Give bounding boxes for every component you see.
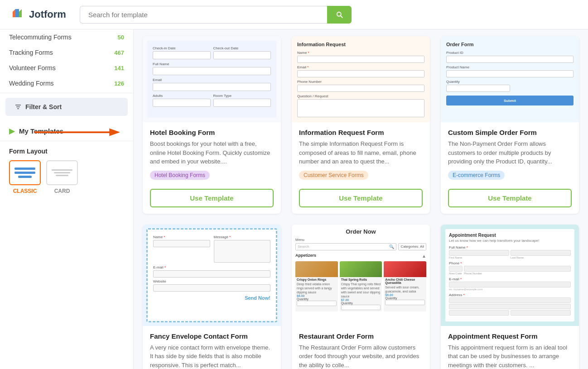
order-info: Custom Simple Order Form The Non-Payment… — [441, 122, 579, 189]
env-name-message-row: Name * Message * — [153, 235, 270, 263]
appt-firstname-hint: First Name — [449, 256, 509, 259]
appt-firstname-input — [449, 250, 509, 256]
chili-qty-input — [385, 300, 425, 305]
spring-qty-input — [341, 305, 381, 310]
appt-street-input — [449, 297, 571, 303]
svg-marker-4 — [15, 12, 19, 17]
env-message-label: Message * — [214, 235, 271, 239]
info-request-use-template-button[interactable]: Use Template — [299, 189, 423, 207]
order-title: Custom Simple Order Form — [448, 129, 572, 136]
hotel-title: Hotel Booking Form — [150, 129, 274, 136]
appt-form-bg: Appointment Request Let us know how we c… — [445, 229, 574, 321]
hotel-preview: Check-in Date Check-out Date Full Name — [143, 36, 281, 122]
logo-text: Jotform — [29, 9, 66, 20]
chili-image — [384, 261, 426, 277]
appt-state-input — [511, 310, 571, 316]
env-name-input — [153, 240, 210, 247]
onion-name: Crispy Onion Rings — [295, 277, 338, 282]
card-thumb-inner — [52, 169, 72, 176]
rest-items: Crispy Onion Rings Deep fried vidalia on… — [295, 261, 426, 311]
sidebar-item-tracking[interactable]: Tracking Forms 467 — [0, 45, 133, 60]
rest-title: Order Now — [295, 228, 426, 235]
spring-qty-label: Quantity — [340, 302, 382, 305]
appointment-title: Appointment Request Form — [448, 332, 572, 340]
template-card-restaurant: Order Now Menu Search 🔍 Categories: All … — [292, 225, 430, 369]
rest-categories: Categories: All — [398, 243, 426, 250]
header: Jotform — [0, 0, 588, 29]
hotel-use-template-button[interactable]: Use Template — [150, 189, 274, 207]
restaurant-title: Restaurant Order Form — [299, 332, 423, 340]
svg-marker-2 — [13, 12, 15, 17]
classic-thumb — [9, 160, 41, 185]
sidebar-item-wedding[interactable]: Wedding Forms 126 — [0, 76, 133, 91]
appt-fullname-label: Full Name * — [449, 245, 571, 249]
rest-search-placeholder: Search — [298, 244, 309, 249]
layout-option-classic[interactable]: CLASSIC — [9, 160, 41, 194]
order-use-template-button[interactable]: Use Template — [448, 189, 572, 207]
card-label: CARD — [54, 188, 70, 194]
line-1 — [14, 168, 35, 170]
sidebar-item-label: Wedding Forms — [9, 80, 54, 87]
layout-options: CLASSIC CARD — [9, 160, 124, 194]
envelope-info: Fancy Envelope Contact Form A very nice … — [143, 326, 281, 369]
env-email-input — [153, 270, 270, 278]
env-website-input — [153, 284, 270, 292]
card-line-3 — [56, 175, 68, 176]
sidebar-item-volunteer[interactable]: Volunteer Forms 141 — [0, 60, 133, 76]
rest-appetizers-row: Appetizers ▲ — [295, 253, 426, 259]
hotel-desc: Boost bookings for your hotel with a fre… — [150, 139, 274, 166]
order-tag[interactable]: E-commerce Forms — [448, 171, 505, 180]
spring-name: Thai Spring Rolls — [340, 277, 382, 282]
appt-sub: Let us know how we can help transform yo… — [449, 239, 571, 243]
filter-icon — [14, 103, 22, 110]
envelope-desc: A very nice contact form with envelope t… — [150, 343, 274, 369]
form-layout-label: Form Layout — [9, 148, 124, 155]
hotel-tag[interactable]: Hotel Booking Forms — [150, 171, 210, 180]
search-button[interactable] — [327, 6, 352, 24]
sidebar-item-count: 126 — [114, 80, 124, 87]
appt-title: Appointment Request — [449, 233, 571, 238]
info-request-title: Information Request Form — [299, 129, 423, 136]
appt-phone-label: Phone * — [449, 261, 571, 265]
sidebar-item-count: 141 — [114, 65, 124, 72]
svg-marker-10 — [109, 129, 120, 136]
appt-phone-field: Phone * Area Code Phone Number — [449, 261, 571, 275]
line-3 — [18, 176, 32, 178]
classic-label: CLASSIC — [13, 188, 37, 194]
appt-fullname-field: Full Name * First Name Last Name — [449, 245, 571, 259]
appt-email-input — [449, 282, 571, 288]
rest-search-row: Search 🔍 Categories: All — [295, 243, 426, 250]
search-input[interactable] — [80, 6, 327, 24]
rest-collapse-icon: ▲ — [422, 254, 426, 259]
appt-city-input — [449, 310, 509, 316]
appt-address-field: Address * — [449, 293, 571, 316]
content-area: Check-in Date Check-out Date Full Name — [134, 29, 588, 369]
appt-fullname-inputs — [449, 250, 571, 256]
appt-email-hint: ex: myname@example.com — [449, 288, 571, 291]
appt-name-hint: First Name Last Name — [449, 256, 571, 259]
info-request-tag[interactable]: Customer Service Forms — [299, 171, 368, 180]
spring-image — [340, 261, 382, 277]
info-request-preview: Information Request Name * Email * Phone… — [292, 36, 430, 122]
form-layout-section: Form Layout CLASSIC — [0, 143, 133, 199]
onion-price: $6.00 — [295, 294, 338, 297]
filter-sort-button[interactable]: Filter & Sort — [5, 98, 128, 116]
chili-price: $6.00 — [384, 293, 426, 297]
env-name-label: Name * — [153, 235, 210, 239]
chili-desc: Served with sour cream, guacamole, and s… — [384, 285, 426, 293]
restaurant-info: Restaurant Order Form The Restaurant Ord… — [292, 326, 430, 369]
appt-phone-hint: Area Code Phone Number — [449, 272, 571, 275]
template-card-appointment: Appointment Request Let us know how we c… — [441, 225, 579, 369]
spring-desc: Crispy Thai spring rolls filled with veg… — [340, 282, 382, 298]
template-card-info-request: Information Request Name * Email * Phone… — [292, 36, 430, 214]
appt-street2-input — [449, 304, 571, 309]
card-line-2 — [54, 172, 70, 173]
template-card-envelope: Name * Message * E-mail * Website — [143, 225, 281, 369]
appointment-info: Appointment Request Form This appointmen… — [441, 326, 579, 369]
appt-email-field: E-mail * ex: myname@example.com — [449, 277, 571, 291]
layout-option-card[interactable]: CARD — [46, 160, 78, 194]
chili-name: Ancho Chili Cheese Quesadilla — [384, 277, 426, 285]
sidebar-item-telecommuting[interactable]: Telecommuting Forms 50 — [0, 29, 133, 45]
appt-address-label: Address * — [449, 293, 571, 297]
appt-phone-inputs — [449, 266, 571, 272]
